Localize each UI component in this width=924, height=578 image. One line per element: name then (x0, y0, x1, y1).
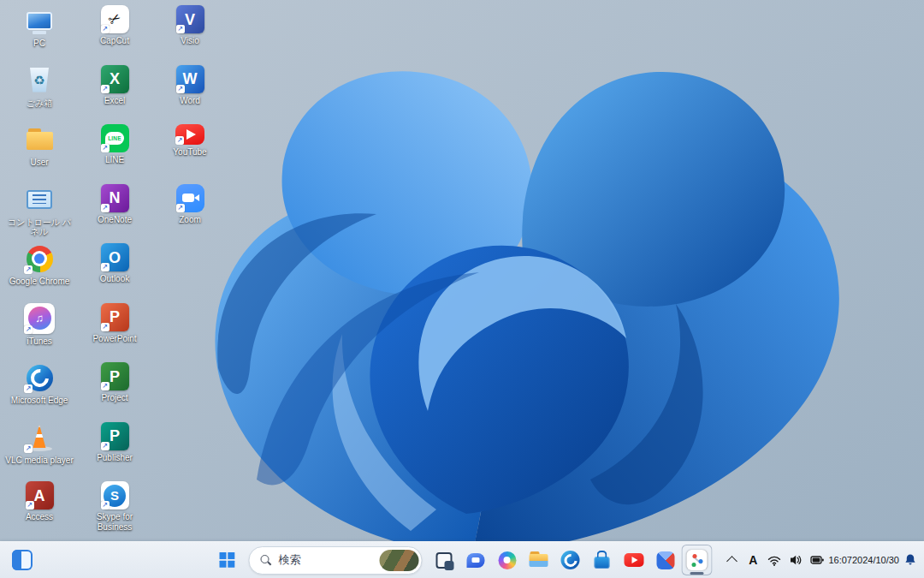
taskbar-store-button[interactable] (587, 545, 618, 575)
desktop-icon-recycle-bin[interactable]: ごみ箱 (2, 63, 77, 123)
skype-for-business-icon (101, 481, 129, 509)
publisher-icon (101, 422, 129, 450)
desktop-icon-label: Skype for Business (79, 512, 151, 533)
project-icon (101, 362, 129, 390)
shortcut-arrow-icon (101, 323, 110, 331)
start-button[interactable] (212, 545, 243, 575)
shortcut-arrow-icon (176, 85, 185, 93)
taskbar-photos-button[interactable] (650, 545, 681, 575)
desktop-icon-label: LINE (105, 155, 124, 165)
desktop-icon-excel[interactable]: Excel (77, 63, 152, 123)
taskbar-file-explorer-button[interactable] (524, 545, 554, 575)
system-tray: A (721, 542, 921, 578)
word-icon (176, 65, 204, 93)
onenote-icon (101, 184, 129, 212)
chrome-icon (24, 243, 55, 274)
desktop-icon-label: PC (33, 39, 45, 49)
taskbar-copilot-button[interactable] (492, 545, 523, 575)
taskbar-center: 検索 (212, 542, 713, 578)
desktop-icon-publisher[interactable]: Publisher (77, 420, 152, 480)
desktop-icon-access[interactable]: Access (2, 480, 77, 539)
desktop-icon-label: Zoom (179, 215, 201, 225)
desktop-icon-label: Google Chrome (9, 277, 70, 287)
zoom-icon (176, 184, 204, 212)
taskbar-clock[interactable]: 16:07 2024/10/30 (828, 545, 899, 575)
desktop-icon-label: Outlook (100, 274, 129, 284)
desktop-icon-label: Excel (104, 96, 125, 106)
desktop-icon-outlook[interactable]: Outlook (77, 241, 152, 301)
node-graph-icon (687, 550, 708, 570)
taskbar-youtube-button[interactable] (619, 545, 649, 575)
shortcut-arrow-icon (176, 204, 185, 212)
taskbar-edge-button[interactable] (555, 545, 586, 575)
taskbar-chat-button[interactable] (460, 545, 491, 575)
search-highlight-image[interactable] (380, 550, 419, 571)
desktop-icon-onenote[interactable]: OneNote (77, 182, 152, 242)
desktop-icon-control-panel[interactable]: コントロール パネル (2, 182, 77, 242)
desktop-icon-powerpoint[interactable]: PowerPoint (77, 301, 152, 361)
notification-center-button[interactable] (900, 545, 921, 575)
shortcut-arrow-icon (24, 444, 33, 453)
chat-bubble-icon (465, 549, 487, 571)
volume-button[interactable] (785, 545, 806, 575)
outlook-icon (101, 243, 129, 271)
desktop-icon-label: User (30, 158, 48, 168)
desktop-icon-skype[interactable]: Skype for Business (77, 480, 152, 539)
desktop-icon-label: Word (180, 96, 200, 106)
widgets-icon (12, 550, 33, 570)
battery-icon (810, 553, 825, 567)
tray-time: 16:07 (828, 554, 852, 566)
youtube-play-icon (623, 549, 645, 571)
ime-indicator[interactable]: A (743, 545, 763, 575)
powerpoint-icon (101, 303, 129, 331)
desktop-icon-project[interactable]: Project (77, 361, 152, 420)
youtube-play-icon (175, 124, 204, 145)
edge-icon (24, 362, 55, 393)
taskbar-task-view-button[interactable] (429, 545, 459, 575)
chevron-up-icon (726, 556, 737, 567)
capcut-icon (101, 5, 129, 33)
shortcut-arrow-icon (101, 85, 110, 93)
search-icon (260, 554, 272, 566)
wifi-icon (767, 554, 781, 567)
pinned-apps (429, 545, 713, 575)
desktop-icon-user[interactable]: User (2, 122, 77, 182)
desktop-icon-label: YouTube (173, 147, 206, 158)
desktop-icon-label: Microsoft Edge (11, 396, 68, 406)
desktop-icon-pc[interactable]: PC (2, 3, 77, 63)
battery-button[interactable] (807, 545, 827, 575)
shortcut-arrow-icon (101, 501, 110, 509)
this-pc-icon (24, 5, 55, 36)
shortcut-arrow-icon (24, 265, 33, 274)
desktop-icon-word[interactable]: Word (152, 63, 228, 123)
desktop-icon-vlc[interactable]: VLC media player (2, 420, 77, 480)
shortcut-arrow-icon (101, 263, 110, 271)
desktop-icon-label: OneNote (98, 215, 132, 225)
search-placeholder: 検索 (279, 552, 301, 568)
taskbar-active-app-button[interactable] (682, 545, 713, 575)
line-icon (101, 124, 129, 152)
widgets-button[interactable] (7, 545, 38, 575)
desktop-icon-label: CapCut (100, 36, 129, 46)
desktop-icon-itunes[interactable]: iTunes (2, 301, 77, 361)
desktop-icon-microsoft-edge[interactable]: Microsoft Edge (2, 361, 77, 420)
wifi-button[interactable] (764, 545, 785, 575)
windows-logo-icon (220, 552, 235, 568)
vlc-icon (24, 422, 55, 453)
shortcut-arrow-icon (101, 144, 110, 152)
desktop-icon-grid: PC ごみ箱 User コントロール パネル Google Chrome iTu… (2, 3, 228, 539)
taskbar: 検索 A (0, 541, 924, 578)
desktop-icon-label: コントロール パネル (3, 217, 75, 238)
shortcut-arrow-icon (24, 325, 33, 334)
shortcut-arrow-icon (26, 501, 34, 509)
desktop-icon-visio[interactable]: Visio (152, 3, 228, 63)
hidden-icons-button[interactable] (721, 545, 742, 575)
shortcut-arrow-icon (176, 25, 185, 33)
taskbar-search[interactable]: 検索 (249, 546, 423, 575)
desktop-icon-capcut[interactable]: CapCut (77, 3, 152, 63)
desktop-icon-zoom[interactable]: Zoom (152, 182, 228, 242)
desktop-icon-line[interactable]: LINE (77, 122, 152, 182)
task-view-icon (433, 549, 455, 571)
desktop-icon-google-chrome[interactable]: Google Chrome (2, 241, 77, 301)
desktop-icon-youtube[interactable]: YouTube (152, 122, 228, 182)
